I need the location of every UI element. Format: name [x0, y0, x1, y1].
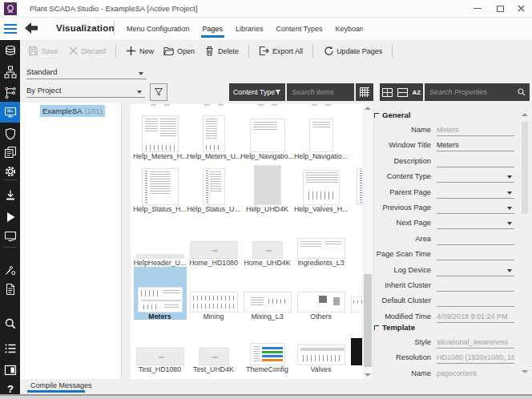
discard-button[interactable]: Discard — [68, 46, 107, 56]
sidebar-item-deploy[interactable] — [0, 227, 20, 246]
sidebar-item-shield[interactable] — [0, 124, 20, 143]
property-field[interactable]: Meters — [437, 124, 514, 136]
tab-content-types[interactable]: Content Types — [270, 18, 329, 40]
page-item-home-hd1080[interactable]: Home_HD1080 — [187, 216, 240, 272]
group-by-selector[interactable]: By Project — [26, 86, 145, 98]
page-thumbnail — [351, 338, 363, 365]
filter-button[interactable] — [150, 83, 167, 101]
tab-libraries[interactable]: Libraries — [229, 18, 270, 40]
page-item-helpheader-u-[interactable]: HelpHeader_U... — [133, 216, 187, 272]
property-field[interactable] — [437, 233, 514, 245]
page-item-h[interactable]: H — [348, 162, 362, 218]
property-field[interactable]: HD1080 (1920x1080, 16:9) — [437, 352, 514, 364]
property-field[interactable]: situational_awareness — [437, 337, 514, 349]
page-item-help-status-u-[interactable]: Help_Status_U... — [187, 162, 240, 218]
search-properties-input[interactable]: Search Properties — [425, 83, 530, 101]
minimize-button[interactable] — [467, 0, 488, 17]
list-view-icon[interactable] — [397, 88, 408, 97]
page-item-test-hd1080[interactable]: Test_HD1080 — [133, 322, 187, 378]
property-field[interactable]: 4/09/2018 9:01:24 PM — [437, 311, 514, 323]
tab-menu-configuration[interactable]: Menu Configuration — [120, 18, 196, 40]
sidebar-item-play[interactable] — [0, 208, 20, 227]
page-thumbnail — [297, 238, 345, 259]
page-item-help-navigatio-[interactable]: Help_Navigatio... — [240, 109, 294, 165]
sidebar-item-vector[interactable] — [0, 260, 20, 280]
page-item-test-uhd4k[interactable]: Test_UHD4K — [187, 322, 240, 378]
property-field[interactable] — [437, 295, 514, 307]
sidebar-item-search[interactable] — [0, 314, 20, 333]
page-item-help-navigatio-[interactable]: Help_Navigatio... — [294, 109, 348, 165]
sidebar-item-database[interactable] — [0, 42, 20, 61]
sidebar-item-panel[interactable] — [0, 361, 20, 380]
page-item-meters[interactable]: Meters — [133, 269, 187, 325]
page-item-help-uhd4k[interactable]: Help_UHD4K — [240, 162, 294, 218]
page-item-themeconfig[interactable]: ThemeConfig — [240, 322, 294, 378]
property-field[interactable] — [437, 217, 514, 229]
page-item-home-uhd4k[interactable]: Home_UHD4K — [240, 216, 294, 272]
sort-az-button[interactable]: AZ — [412, 89, 421, 96]
compile-tab-underline — [27, 390, 85, 393]
property-field[interactable] — [437, 264, 514, 276]
property-field[interactable]: Meters — [437, 139, 514, 151]
content-type-filter-button[interactable]: Content Type — [229, 83, 285, 101]
new-button[interactable]: New — [126, 46, 154, 56]
sidebar-item-display[interactable] — [0, 102, 20, 123]
sidebar-item-pages[interactable] — [0, 143, 20, 162]
property-field[interactable]: pagecontent — [437, 368, 514, 379]
property-field[interactable] — [437, 171, 514, 183]
scrollbar-thumb[interactable] — [364, 274, 372, 367]
sidebar-item-gear[interactable] — [0, 162, 20, 181]
property-field[interactable] — [437, 187, 514, 199]
scrollbar-thumb[interactable] — [522, 122, 528, 214]
maximize-button[interactable] — [490, 0, 510, 17]
tab-keyboard-c[interactable]: Keyboard C — [328, 18, 363, 40]
open-button[interactable]: Open — [163, 46, 195, 56]
properties-scrollbar[interactable] — [521, 111, 529, 375]
page-item-help-meters-u-[interactable]: Help_Meters_U... — [187, 109, 240, 165]
sidebar-item-list[interactable] — [0, 339, 20, 358]
search-items-input[interactable]: Search items — [287, 83, 354, 101]
property-row-modified-time: Modified Time4/09/2018 9:01:24 PM — [374, 311, 518, 324]
section-header-general[interactable]: General — [374, 111, 410, 119]
grid-view-icon[interactable] — [382, 88, 393, 97]
sidebar-item-topology[interactable] — [0, 83, 20, 103]
tab-pages[interactable]: Pages — [196, 18, 230, 40]
sidebar-item-document[interactable] — [0, 280, 20, 299]
page-item[interactable] — [348, 322, 362, 378]
scroll-up-icon[interactable] — [365, 107, 371, 110]
page-item-ingredients-l3[interactable]: Ingredients_L3 — [294, 216, 348, 272]
property-field[interactable] — [437, 155, 514, 167]
property-field[interactable] — [437, 248, 514, 260]
page-item-valves[interactable]: Valves — [294, 322, 348, 378]
sidebar-item-sitemap[interactable] — [0, 62, 20, 82]
sidebar-item-download[interactable] — [0, 186, 20, 205]
hamburger-menu-icon[interactable] — [0, 18, 20, 40]
section-header-template[interactable]: Template — [374, 323, 415, 332]
tree-item-project[interactable]: ExampleSA (101) — [40, 105, 105, 117]
delete-button[interactable]: Delete — [204, 46, 239, 56]
page-item-h[interactable]: H — [348, 109, 362, 165]
page-item-help-meters-h-[interactable]: Help_Meters_H... — [133, 109, 187, 165]
scroll-down-icon[interactable] — [365, 373, 371, 377]
scroll-down-icon[interactable] — [522, 370, 528, 373]
thumbnail-size-button[interactable] — [356, 83, 373, 101]
grid-scrollbar[interactable] — [362, 104, 373, 379]
page-item-others[interactable]: Others — [294, 269, 348, 325]
page-item-mixing-l3[interactable]: Mixing_L3 — [240, 269, 294, 325]
scroll-up-icon[interactable] — [522, 113, 528, 116]
property-field[interactable] — [437, 202, 514, 214]
view-selector[interactable]: Standard — [26, 67, 147, 79]
page-item[interactable] — [348, 269, 362, 325]
close-button[interactable] — [510, 0, 531, 17]
back-button[interactable] — [25, 22, 38, 37]
page-item-mining[interactable]: Mining — [187, 269, 240, 325]
tab-compile-messages[interactable]: Compile Messages — [30, 381, 92, 389]
page-item-help-status-h-[interactable]: Help_Status_H... — [133, 162, 187, 218]
collapse-icon — [374, 325, 379, 330]
page-item-help-valves-h-[interactable]: Help_Valves_H... — [294, 162, 348, 218]
export-all-button[interactable]: Export All — [259, 46, 303, 56]
update-pages-button[interactable]: Update Pages — [323, 46, 382, 56]
page-item-m[interactable]: M — [348, 216, 362, 272]
save-button[interactable]: Save — [28, 46, 58, 56]
property-field[interactable] — [437, 280, 514, 292]
